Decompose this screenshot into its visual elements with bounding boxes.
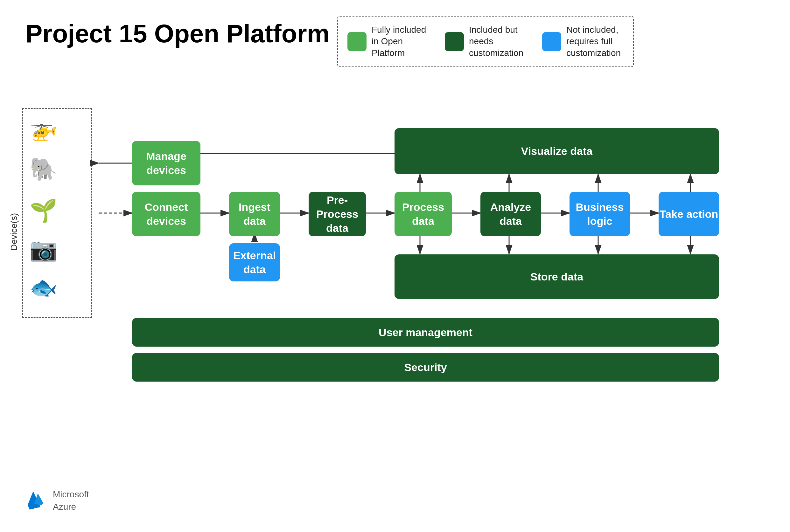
ms-azure-text: Microsoft Azure bbox=[53, 488, 89, 513]
page-title: Project 15 Open Platform bbox=[25, 19, 330, 48]
legend-color-blue bbox=[542, 32, 561, 51]
page: Project 15 Open Platform Fully included … bbox=[0, 0, 790, 532]
business-logic-box: Business logic bbox=[570, 192, 630, 236]
legend: Fully included in Open Platform Included… bbox=[337, 16, 634, 67]
security-box: Security bbox=[132, 353, 719, 382]
manage-devices-box: Manage devices bbox=[132, 141, 200, 185]
devices-label: Device(s) bbox=[9, 213, 19, 251]
take-action-box: Take action bbox=[659, 192, 719, 236]
ingest-data-box: Ingest data bbox=[229, 192, 280, 236]
legend-item-blue: Not included, requires full customizatio… bbox=[542, 24, 624, 59]
legend-color-dark-green bbox=[445, 32, 464, 51]
pre-process-data-box: Pre-Process data bbox=[309, 192, 366, 236]
camera-icon: 📷 bbox=[30, 236, 57, 262]
connect-devices-box: Connect devices bbox=[132, 192, 200, 236]
plant-icon: 🌱 bbox=[30, 197, 57, 224]
legend-item-light-green: Fully included in Open Platform bbox=[347, 24, 429, 59]
store-data-box: Store data bbox=[394, 254, 719, 299]
analyze-data-box: Analyze data bbox=[480, 192, 541, 236]
legend-label-light-green: Fully included in Open Platform bbox=[372, 24, 429, 59]
process-data-box: Process data bbox=[394, 192, 452, 236]
user-management-box: User management bbox=[132, 318, 719, 347]
legend-color-light-green bbox=[347, 32, 367, 51]
visualize-data-box: Visualize data bbox=[394, 128, 719, 174]
diagram: Device(s) 🚁 🐘 🌱 📷 🐟 bbox=[0, 67, 790, 500]
devices-box: 🚁 🐘 🌱 📷 🐟 bbox=[22, 108, 92, 318]
elephant-icon: 🐘 bbox=[30, 156, 57, 182]
legend-label-dark-green: Included but needs customization bbox=[469, 24, 526, 59]
drone-icon: 🚁 bbox=[30, 115, 57, 141]
legend-item-dark-green: Included but needs customization bbox=[445, 24, 526, 59]
azure-logo-icon bbox=[25, 489, 48, 512]
legend-label-blue: Not included, requires full customizatio… bbox=[566, 24, 624, 59]
external-data-box: External data bbox=[229, 243, 280, 281]
fish-icon: 🐟 bbox=[30, 274, 57, 301]
microsoft-azure-logo: Microsoft Azure bbox=[25, 488, 89, 513]
